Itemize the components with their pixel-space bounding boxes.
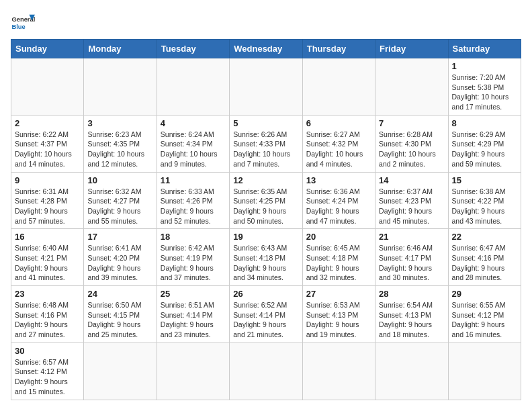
calendar-cell: 6Sunrise: 6:27 AM Sunset: 4:32 PM Daylig… <box>302 115 375 172</box>
day-number: 4 <box>161 118 226 128</box>
day-number: 20 <box>306 232 371 242</box>
calendar-cell: 19Sunrise: 6:43 AM Sunset: 4:18 PM Dayli… <box>230 229 302 286</box>
calendar-cell <box>230 58 302 116</box>
day-info: Sunrise: 6:33 AM Sunset: 4:26 PM Dayligh… <box>161 187 226 226</box>
weekday-header-monday: Monday <box>84 40 157 58</box>
calendar-cell: 24Sunrise: 6:50 AM Sunset: 4:15 PM Dayli… <box>84 286 157 343</box>
week-row-1: 2Sunrise: 6:22 AM Sunset: 4:37 PM Daylig… <box>11 115 521 172</box>
calendar-cell: 14Sunrise: 6:37 AM Sunset: 4:23 PM Dayli… <box>375 172 448 229</box>
week-row-5: 30Sunrise: 6:57 AM Sunset: 4:12 PM Dayli… <box>11 342 521 400</box>
page-header: General Blue <box>11 11 521 35</box>
calendar-cell <box>302 342 375 400</box>
day-number: 27 <box>306 289 371 299</box>
calendar-cell: 9Sunrise: 6:31 AM Sunset: 4:28 PM Daylig… <box>11 172 84 229</box>
day-number: 2 <box>15 118 80 128</box>
calendar-cell <box>84 342 157 400</box>
day-number: 8 <box>452 118 517 128</box>
calendar-cell: 18Sunrise: 6:42 AM Sunset: 4:19 PM Dayli… <box>157 229 229 286</box>
day-number: 5 <box>233 118 298 128</box>
calendar-cell: 3Sunrise: 6:23 AM Sunset: 4:35 PM Daylig… <box>84 115 157 172</box>
calendar-cell: 12Sunrise: 6:35 AM Sunset: 4:25 PM Dayli… <box>230 172 302 229</box>
weekday-header-row: SundayMondayTuesdayWednesdayThursdayFrid… <box>11 40 521 58</box>
day-number: 18 <box>161 232 226 242</box>
day-info: Sunrise: 6:42 AM Sunset: 4:19 PM Dayligh… <box>161 243 226 283</box>
day-info: Sunrise: 6:48 AM Sunset: 4:16 PM Dayligh… <box>15 300 80 340</box>
calendar-cell <box>11 58 84 116</box>
calendar-cell: 29Sunrise: 6:55 AM Sunset: 4:12 PM Dayli… <box>448 286 521 343</box>
calendar-cell: 10Sunrise: 6:32 AM Sunset: 4:27 PM Dayli… <box>84 172 157 229</box>
day-info: Sunrise: 6:28 AM Sunset: 4:30 PM Dayligh… <box>379 130 444 169</box>
day-info: Sunrise: 6:53 AM Sunset: 4:13 PM Dayligh… <box>306 300 371 340</box>
calendar-cell <box>230 342 302 400</box>
day-info: Sunrise: 6:35 AM Sunset: 4:25 PM Dayligh… <box>233 187 298 226</box>
day-info: Sunrise: 6:50 AM Sunset: 4:15 PM Dayligh… <box>87 300 152 340</box>
day-info: Sunrise: 6:40 AM Sunset: 4:21 PM Dayligh… <box>15 243 80 283</box>
weekday-header-friday: Friday <box>375 40 448 58</box>
day-info: Sunrise: 6:46 AM Sunset: 4:17 PM Dayligh… <box>379 243 444 283</box>
calendar-cell: 17Sunrise: 6:41 AM Sunset: 4:20 PM Dayli… <box>84 229 157 286</box>
day-info: Sunrise: 6:51 AM Sunset: 4:14 PM Dayligh… <box>161 300 226 340</box>
calendar-cell: 1Sunrise: 7:20 AM Sunset: 5:38 PM Daylig… <box>448 58 521 116</box>
calendar-cell: 7Sunrise: 6:28 AM Sunset: 4:30 PM Daylig… <box>375 115 448 172</box>
calendar-cell: 28Sunrise: 6:54 AM Sunset: 4:13 PM Dayli… <box>375 286 448 343</box>
calendar-cell: 8Sunrise: 6:29 AM Sunset: 4:29 PM Daylig… <box>448 115 521 172</box>
calendar-table: SundayMondayTuesdayWednesdayThursdayFrid… <box>11 39 521 400</box>
weekday-header-thursday: Thursday <box>302 40 375 58</box>
day-number: 10 <box>87 175 152 185</box>
day-number: 7 <box>379 118 444 128</box>
day-info: Sunrise: 6:45 AM Sunset: 4:18 PM Dayligh… <box>306 243 371 283</box>
weekday-header-sunday: Sunday <box>11 40 84 58</box>
day-info: Sunrise: 6:54 AM Sunset: 4:13 PM Dayligh… <box>379 300 444 340</box>
calendar-cell: 27Sunrise: 6:53 AM Sunset: 4:13 PM Dayli… <box>302 286 375 343</box>
day-number: 3 <box>87 118 152 128</box>
day-info: Sunrise: 6:37 AM Sunset: 4:23 PM Dayligh… <box>379 187 444 226</box>
day-info: Sunrise: 7:20 AM Sunset: 5:38 PM Dayligh… <box>452 73 517 112</box>
day-number: 17 <box>87 232 152 242</box>
calendar-cell: 22Sunrise: 6:47 AM Sunset: 4:16 PM Dayli… <box>448 229 521 286</box>
day-number: 12 <box>233 175 298 185</box>
day-info: Sunrise: 6:43 AM Sunset: 4:18 PM Dayligh… <box>233 243 298 283</box>
day-info: Sunrise: 6:26 AM Sunset: 4:33 PM Dayligh… <box>233 130 298 169</box>
day-number: 13 <box>306 175 371 185</box>
calendar-cell: 26Sunrise: 6:52 AM Sunset: 4:14 PM Dayli… <box>230 286 302 343</box>
week-row-4: 23Sunrise: 6:48 AM Sunset: 4:16 PM Dayli… <box>11 286 521 343</box>
calendar-cell: 2Sunrise: 6:22 AM Sunset: 4:37 PM Daylig… <box>11 115 84 172</box>
day-info: Sunrise: 6:47 AM Sunset: 4:16 PM Dayligh… <box>452 243 517 283</box>
calendar-cell <box>375 342 448 400</box>
calendar-cell <box>84 58 157 116</box>
day-number: 6 <box>306 118 371 128</box>
day-number: 30 <box>15 346 80 356</box>
calendar-cell: 30Sunrise: 6:57 AM Sunset: 4:12 PM Dayli… <box>11 342 84 400</box>
day-number: 26 <box>233 289 298 299</box>
weekday-header-saturday: Saturday <box>448 40 521 58</box>
calendar-cell: 15Sunrise: 6:38 AM Sunset: 4:22 PM Dayli… <box>448 172 521 229</box>
day-info: Sunrise: 6:22 AM Sunset: 4:37 PM Dayligh… <box>15 130 80 169</box>
week-row-3: 16Sunrise: 6:40 AM Sunset: 4:21 PM Dayli… <box>11 229 521 286</box>
calendar-cell <box>448 342 521 400</box>
calendar-cell: 4Sunrise: 6:24 AM Sunset: 4:34 PM Daylig… <box>157 115 229 172</box>
day-info: Sunrise: 6:38 AM Sunset: 4:22 PM Dayligh… <box>452 187 517 226</box>
calendar-cell <box>302 58 375 116</box>
calendar-cell: 5Sunrise: 6:26 AM Sunset: 4:33 PM Daylig… <box>230 115 302 172</box>
logo-icon: General Blue <box>11 11 35 35</box>
day-number: 9 <box>15 175 80 185</box>
svg-text:Blue: Blue <box>11 24 25 30</box>
day-info: Sunrise: 6:27 AM Sunset: 4:32 PM Dayligh… <box>306 130 371 169</box>
calendar-cell: 20Sunrise: 6:45 AM Sunset: 4:18 PM Dayli… <box>302 229 375 286</box>
day-number: 1 <box>452 61 517 71</box>
day-number: 19 <box>233 232 298 242</box>
day-info: Sunrise: 6:57 AM Sunset: 4:12 PM Dayligh… <box>15 357 80 397</box>
day-info: Sunrise: 6:31 AM Sunset: 4:28 PM Dayligh… <box>15 187 80 226</box>
week-row-0: 1Sunrise: 7:20 AM Sunset: 5:38 PM Daylig… <box>11 58 521 116</box>
day-info: Sunrise: 6:41 AM Sunset: 4:20 PM Dayligh… <box>87 243 152 283</box>
calendar-cell <box>157 58 229 116</box>
calendar-cell: 25Sunrise: 6:51 AM Sunset: 4:14 PM Dayli… <box>157 286 229 343</box>
day-info: Sunrise: 6:24 AM Sunset: 4:34 PM Dayligh… <box>161 130 226 169</box>
day-number: 11 <box>161 175 226 185</box>
day-info: Sunrise: 6:29 AM Sunset: 4:29 PM Dayligh… <box>452 130 517 169</box>
day-info: Sunrise: 6:32 AM Sunset: 4:27 PM Dayligh… <box>87 187 152 226</box>
calendar-cell <box>375 58 448 116</box>
day-number: 21 <box>379 232 444 242</box>
logo: General Blue <box>11 11 35 35</box>
day-info: Sunrise: 6:23 AM Sunset: 4:35 PM Dayligh… <box>87 130 152 169</box>
